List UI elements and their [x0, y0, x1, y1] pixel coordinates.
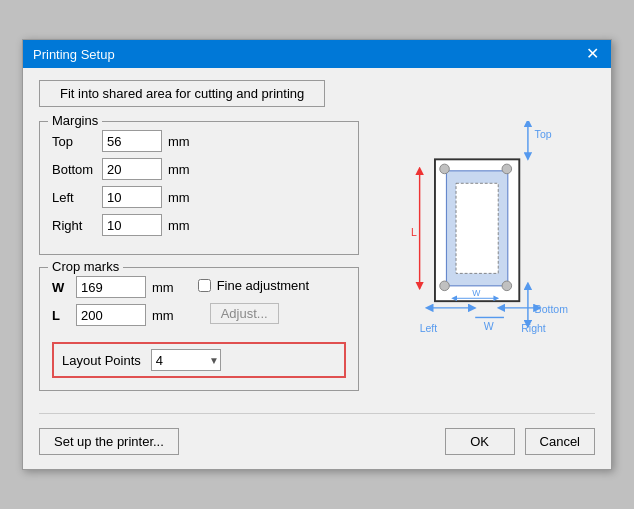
left-unit: mm: [168, 190, 190, 205]
top-unit: mm: [168, 134, 190, 149]
l-label: L: [52, 308, 76, 323]
crop-w-row: W mm: [52, 276, 174, 298]
svg-point-18: [502, 281, 512, 291]
margin-right-row: Right mm: [52, 214, 346, 236]
fit-button[interactable]: Fit into shared area for cutting and pri…: [39, 80, 325, 107]
top-input[interactable]: [102, 130, 162, 152]
bottom-left: Set up the printer...: [39, 428, 179, 455]
layout-points-select[interactable]: 4 8 12: [151, 349, 221, 371]
left-label: Left: [52, 190, 102, 205]
margins-group: Margins Top mm Bottom mm Left mm: [39, 121, 359, 255]
fine-adj-row: Fine adjustment: [198, 278, 310, 293]
w-unit: mm: [152, 280, 174, 295]
right-label: Right: [52, 218, 102, 233]
layout-points-label: Layout Points: [62, 353, 141, 368]
svg-point-17: [440, 281, 450, 291]
svg-text:W: W: [472, 288, 481, 298]
left-panel: Margins Top mm Bottom mm Left mm: [39, 121, 359, 403]
svg-rect-14: [456, 183, 498, 273]
ok-button[interactable]: OK: [445, 428, 515, 455]
dialog-title: Printing Setup: [33, 47, 115, 62]
layout-points-row: Layout Points 4 8 12 ▼: [52, 342, 346, 378]
fine-adj-label: Fine adjustment: [217, 278, 310, 293]
printing-setup-dialog: Printing Setup ✕ Fit into shared area fo…: [22, 39, 612, 470]
margins-label: Margins: [48, 113, 102, 128]
w-label: W: [52, 280, 76, 295]
cancel-button[interactable]: Cancel: [525, 428, 595, 455]
dialog-body: Fit into shared area for cutting and pri…: [23, 68, 611, 469]
bottom-label: Bottom: [52, 162, 102, 177]
svg-text:L: L: [411, 226, 417, 238]
bottom-bar: Set up the printer... OK Cancel: [39, 413, 595, 455]
crop-marks-label: Crop marks: [48, 259, 123, 274]
right-panel: Top Bottom Left Right W: [375, 121, 595, 403]
printer-setup-button[interactable]: Set up the printer...: [39, 428, 179, 455]
crop-wl-col: W mm L mm: [52, 276, 174, 332]
bottom-input[interactable]: [102, 158, 162, 180]
crop-l-row: L mm: [52, 304, 174, 326]
close-button[interactable]: ✕: [584, 46, 601, 62]
right-input[interactable]: [102, 214, 162, 236]
right-unit: mm: [168, 218, 190, 233]
w-input[interactable]: [76, 276, 146, 298]
layout-select-wrapper: 4 8 12 ▼: [151, 349, 221, 371]
margin-left-row: Left mm: [52, 186, 346, 208]
svg-text:Top: Top: [535, 128, 552, 140]
bottom-unit: mm: [168, 162, 190, 177]
svg-text:Bottom: Bottom: [535, 303, 569, 315]
l-unit: mm: [152, 308, 174, 323]
svg-point-16: [502, 164, 512, 174]
crop-marks-group: Crop marks W mm L mm: [39, 267, 359, 391]
svg-text:Left: Left: [420, 322, 438, 334]
top-label: Top: [52, 134, 102, 149]
fine-adj-col: Fine adjustment Adjust...: [190, 278, 310, 324]
left-input[interactable]: [102, 186, 162, 208]
title-bar: Printing Setup ✕: [23, 40, 611, 68]
svg-text:Right: Right: [521, 322, 546, 334]
adjust-button[interactable]: Adjust...: [210, 303, 279, 324]
content-row: Margins Top mm Bottom mm Left mm: [39, 121, 595, 403]
margin-bottom-row: Bottom mm: [52, 158, 346, 180]
svg-point-15: [440, 164, 450, 174]
l-input[interactable]: [76, 304, 146, 326]
fit-button-row: Fit into shared area for cutting and pri…: [39, 80, 595, 107]
print-diagram: Top Bottom Left Right W: [375, 121, 585, 351]
fine-adj-checkbox[interactable]: [198, 279, 211, 292]
svg-text:W: W: [484, 320, 494, 332]
bottom-right: OK Cancel: [445, 428, 595, 455]
margin-top-row: Top mm: [52, 130, 346, 152]
